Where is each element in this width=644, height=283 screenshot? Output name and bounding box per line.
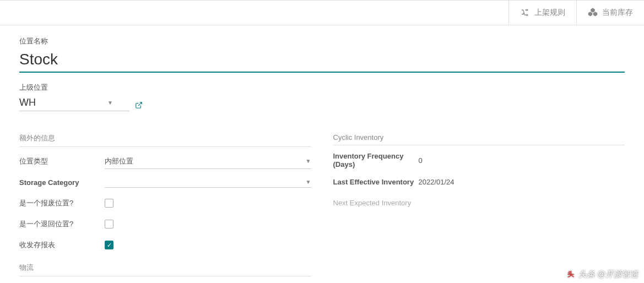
is-return-label: 是一个退回位置? (19, 219, 105, 229)
parent-location-value: WH (19, 97, 36, 108)
putaway-rules-label: 上架规则 (534, 8, 565, 18)
location-type-label: 位置类型 (19, 156, 105, 166)
location-name-label: 位置名称 (19, 36, 625, 46)
chevron-down-icon: ▼ (306, 179, 311, 185)
shuffle-icon (520, 7, 530, 19)
watermark: 头 头条 @开源智造 (565, 269, 638, 280)
current-stock-label: 当前库存 (602, 8, 633, 18)
storage-category-label: Storage Category (19, 178, 105, 187)
chevron-down-icon: ▼ (107, 100, 113, 106)
parent-location-label: 上级位置 (19, 83, 129, 92)
putaway-rules-button[interactable]: 上架规则 (508, 1, 576, 25)
next-expected-label: Next Expected Inventory (333, 199, 419, 207)
watermark-text: 头条 @开源智造 (578, 269, 638, 280)
chevron-down-icon: ▼ (306, 158, 311, 164)
cyclic-inventory-section-title: Cyclic Inventory (333, 133, 625, 145)
is-scrap-checkbox[interactable] (105, 199, 113, 208)
toolbar: 上架规则 当前库存 (0, 0, 644, 25)
current-stock-button[interactable]: 当前库存 (576, 1, 644, 25)
stock-report-checkbox[interactable]: ✓ (105, 241, 113, 249)
right-column: Cyclic Inventory Inventory Frequency (Da… (333, 133, 625, 283)
left-column: 额外的信息 位置类型 内部位置 ▼ Storage Category ▼ 是一个… (19, 133, 311, 283)
form-container: 位置名称 上级位置 WH ▼ 额外的信息 位置类型 内部位置 ▼ St (0, 25, 644, 283)
boxes-icon (588, 7, 598, 19)
last-effective-label: Last Effective Inventory (333, 178, 419, 186)
last-effective-value: 2022/01/24 (419, 178, 625, 186)
two-column-layout: 额外的信息 位置类型 内部位置 ▼ Storage Category ▼ 是一个… (19, 133, 625, 283)
storage-category-select[interactable]: ▼ (105, 177, 311, 188)
parent-location-row: 上级位置 WH ▼ (19, 83, 625, 111)
logistics-section-title: 物流 (19, 263, 311, 276)
is-return-checkbox[interactable] (105, 220, 113, 228)
location-name-input[interactable] (19, 48, 625, 73)
location-type-select[interactable]: 内部位置 ▼ (105, 154, 311, 169)
external-link-icon[interactable] (135, 101, 143, 111)
additional-info-section-title: 额外的信息 (19, 133, 311, 147)
parent-location-select[interactable]: WH ▼ (19, 95, 129, 111)
watermark-icon: 头 (565, 269, 576, 280)
inventory-frequency-label: Inventory Frequency (Days) (333, 152, 419, 168)
stock-report-label: 收发存报表 (19, 240, 105, 250)
inventory-frequency-value[interactable]: 0 (419, 156, 625, 165)
location-type-value: 内部位置 (105, 156, 133, 166)
is-scrap-label: 是一个报废位置? (19, 198, 105, 208)
